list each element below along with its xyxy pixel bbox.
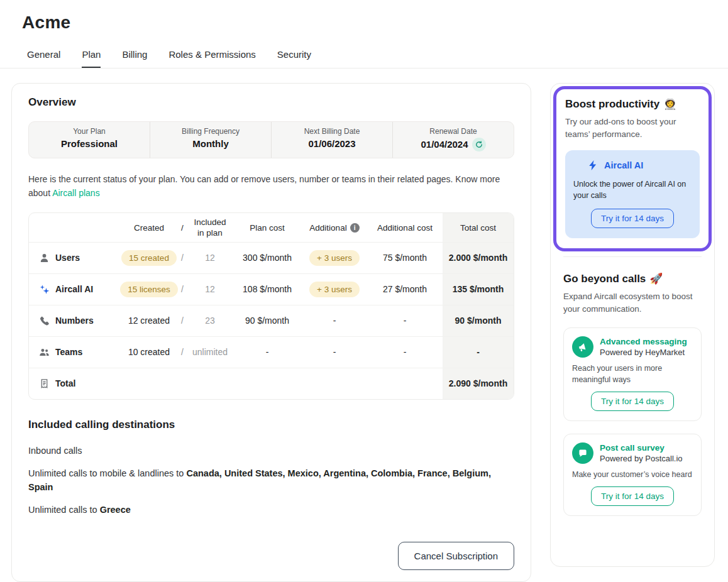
additional-badge: + 3 users <box>309 250 360 266</box>
beyond-subtext: Expand Aircall ecosystem to boost your c… <box>563 290 702 315</box>
tab-security[interactable]: Security <box>277 49 311 68</box>
user-icon <box>39 253 50 263</box>
bolt-icon <box>587 160 598 171</box>
tab-billing[interactable]: Billing <box>122 49 147 68</box>
chat-bubble-icon <box>572 442 593 464</box>
created-badge: 15 created <box>121 250 177 266</box>
try-aircall-ai-button[interactable]: Try it for 14 days <box>591 209 674 228</box>
summary-next-billing-date: Next Billing Date 01/06/2023 <box>271 122 392 158</box>
post-call-survey-card: Post call survey Powered by Postcall.io … <box>563 434 702 516</box>
row-separator: / <box>177 305 187 336</box>
tab-general[interactable]: General <box>27 49 60 68</box>
plan-cost-value <box>233 368 302 399</box>
inbound-calls-text: Inbound calls <box>28 444 514 458</box>
greece-prefix: Unlimited calls to <box>28 505 100 515</box>
row-separator: / <box>177 337 187 368</box>
boost-heading: Boost productivity <box>565 98 659 111</box>
table-row-teams: Teams 10 created / unlimited - - - - <box>29 336 514 368</box>
header-additional-cost: Additional cost <box>367 213 443 242</box>
plan-cost-value: 108 $/month <box>233 274 302 305</box>
row-label: Numbers <box>55 316 94 326</box>
included-value: unlimited <box>187 337 233 368</box>
additional-value <box>302 368 367 399</box>
try-post-call-survey-button[interactable]: Try it for 14 days <box>591 486 674 506</box>
header-plan-cost: Plan cost <box>233 213 302 242</box>
additional-badge: + 3 users <box>309 282 360 297</box>
additional-value: - <box>302 337 367 368</box>
table-row-users: Users 15 created / 12 300 $/month + 3 us… <box>29 242 514 273</box>
destinations-heading: Included calling destinations <box>28 419 514 431</box>
row-separator: / <box>177 274 187 305</box>
additional-cost-value <box>367 368 443 399</box>
header-additional-label: Additional <box>309 222 346 233</box>
summary-label: Billing Frequency <box>150 127 271 136</box>
unlimited-calls-text: Unlimited calls to mobile & landlines to… <box>28 466 514 494</box>
additional-cost-value: 27 $/month <box>367 274 443 305</box>
phone-icon <box>39 316 50 326</box>
addon-title: Post call survey <box>600 442 683 453</box>
team-icon <box>39 347 50 358</box>
header-included-in-plan: Included in plan <box>187 213 233 242</box>
overview-heading: Overview <box>28 96 514 109</box>
included-value: 23 <box>187 305 233 336</box>
summary-label: Your Plan <box>29 127 150 136</box>
summary-value: 01/06/2023 <box>308 138 355 150</box>
row-label: Total <box>55 378 75 389</box>
row-label: Users <box>55 253 80 263</box>
table-row-aircall-ai: Aircall AI 15 licenses / 12 108 $/month … <box>29 273 514 305</box>
astronaut-emoji: 👩‍🚀 <box>663 97 676 111</box>
plan-cost-table: Created / Included in plan Plan cost Add… <box>28 212 514 400</box>
info-icon[interactable] <box>350 223 360 233</box>
table-header-row: Created / Included in plan Plan cost Add… <box>29 213 514 242</box>
plan-cost-value: 90 $/month <box>233 305 302 336</box>
plan-description: Here is the current status of your plan.… <box>28 172 514 200</box>
row-label: Teams <box>55 347 82 358</box>
boost-subtext: Try our add-ons to boost your teams’ per… <box>565 116 700 140</box>
plan-cost-value: 300 $/month <box>233 243 302 273</box>
header-total-cost: Total cost <box>443 213 514 242</box>
table-row-numbers: Numbers 12 created / 23 90 $/month - - 9… <box>29 305 514 336</box>
additional-cost-value: - <box>367 305 443 336</box>
try-advanced-messaging-button[interactable]: Try it for 14 days <box>591 392 674 411</box>
addon-title: Advanced messaging <box>600 336 687 347</box>
summary-value: Professional <box>61 138 118 150</box>
addon-description: Make your customer’s voice heard <box>572 469 693 480</box>
aircall-plans-link[interactable]: Aircall plans <box>52 188 99 198</box>
additional-value: - <box>302 305 367 336</box>
summary-your-plan: Your Plan Professional <box>29 122 150 158</box>
addon-powered-by: Powered by Postcall.io <box>600 453 683 464</box>
unlimited-calls-greece-text: Unlimited calls to Greece <box>28 503 514 517</box>
beyond-heading: Go beyond calls <box>563 273 646 285</box>
aircall-ai-addon-card: Aircall AI Unlock the power of Aircall A… <box>565 150 700 238</box>
megaphone-icon <box>572 336 593 358</box>
greece-country: Greece <box>100 505 131 515</box>
renewal-refresh-icon[interactable] <box>472 138 486 151</box>
summary-value: Monthly <box>192 138 229 150</box>
total-cost-value: 135 $/month <box>443 274 514 305</box>
summary-label: Next Billing Date <box>272 127 392 136</box>
plan-summary-bar: Your Plan Professional Billing Frequency… <box>28 121 514 158</box>
row-separator <box>177 368 187 399</box>
included-value: 12 <box>187 274 233 305</box>
addons-sidebar: Boost productivity 👩‍🚀 Try our add-ons t… <box>550 83 715 567</box>
header-additional: Additional <box>302 213 367 242</box>
created-badge: 15 licenses <box>120 282 178 297</box>
row-label: Aircall AI <box>55 284 93 295</box>
plan-cost-value: - <box>233 337 302 368</box>
rocket-emoji: 🚀 <box>649 272 663 285</box>
sparkles-icon <box>39 284 50 295</box>
total-cost-value: 2.090 $/month <box>443 368 514 399</box>
tab-plan[interactable]: Plan <box>82 49 101 68</box>
total-cost-value: 90 $/month <box>443 305 514 336</box>
table-row-total: Total 2.090 $/month <box>29 368 514 399</box>
created-value: 12 created <box>121 305 177 336</box>
created-value <box>121 368 177 399</box>
summary-label: Renewal Date <box>393 127 514 136</box>
included-value: 12 <box>187 243 233 273</box>
aircall-ai-title: Aircall AI <box>604 160 643 170</box>
cancel-subscription-button[interactable]: Cancel Subscription <box>398 542 514 570</box>
row-separator: / <box>177 243 187 273</box>
tab-roles-permissions[interactable]: Roles & Permissions <box>168 49 255 68</box>
additional-cost-value: - <box>367 337 443 368</box>
header-created: Created <box>121 213 177 242</box>
